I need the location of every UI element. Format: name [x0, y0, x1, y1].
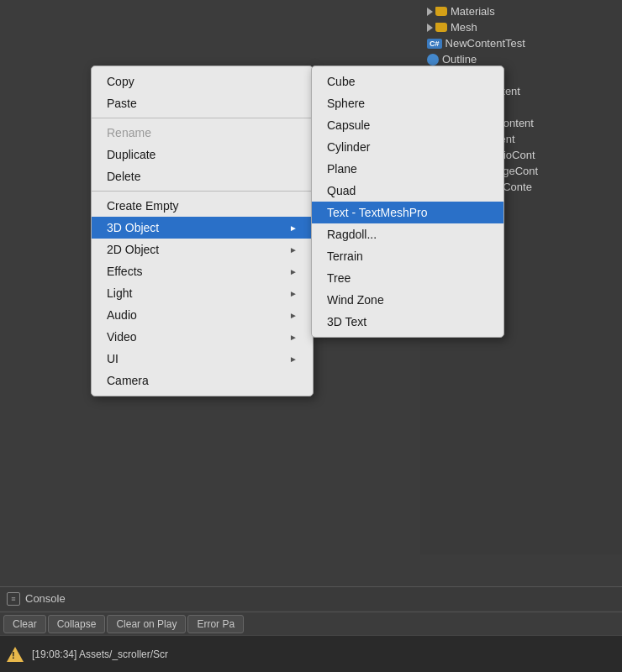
submenu-item-plane[interactable]: Plane	[312, 158, 503, 180]
folder-icon	[435, 23, 447, 32]
tree-item-mesh[interactable]: Mesh	[420, 19, 622, 35]
submenu-item-3dtext[interactable]: 3D Text	[312, 311, 503, 333]
arrow-icon	[427, 24, 433, 32]
menu-item-video[interactable]: Video ►	[92, 326, 313, 348]
context-menu: Copy Paste Rename Duplicate Delete Creat…	[91, 66, 314, 396]
console-log-area: [19:08:34] Assets/_scroller/Scr	[0, 635, 622, 672]
menu-item-ui[interactable]: UI ►	[92, 348, 313, 370]
menu-item-paste[interactable]: Paste	[92, 92, 313, 114]
submenu-item-tree[interactable]: Tree	[312, 267, 503, 289]
console-title-bar: ≡ Console	[0, 586, 622, 610]
tree-item-materials[interactable]: Materials	[420, 3, 622, 19]
tree-item-label: Mesh	[451, 21, 477, 34]
tree-item-label: Outline	[442, 53, 477, 66]
submenu-item-capsule[interactable]: Capsule	[312, 114, 503, 136]
submenu-arrow-icon: ►	[289, 223, 298, 233]
folder-icon	[435, 7, 447, 16]
submenu-item-ragdoll[interactable]: Ragdoll...	[312, 223, 503, 245]
warning-icon	[7, 647, 24, 662]
submenu-item-quad[interactable]: Quad	[312, 180, 503, 202]
submenu-item-cube[interactable]: Cube	[312, 71, 503, 92]
submenu-arrow-icon: ►	[289, 245, 298, 255]
submenu-arrow-icon: ►	[289, 289, 298, 298]
menu-item-light[interactable]: Light ►	[92, 282, 313, 304]
menu-item-3d-object[interactable]: 3D Object ►	[92, 217, 313, 239]
console-icon: ≡	[7, 592, 20, 606]
submenu-3d-object: Cube Sphere Capsule Cylinder Plane Quad …	[311, 66, 504, 338]
submenu-item-sphere[interactable]: Sphere	[312, 92, 503, 114]
console-title: Console	[25, 592, 66, 605]
menu-separator-2	[92, 191, 313, 192]
menu-item-create-empty[interactable]: Create Empty	[92, 195, 313, 217]
submenu-arrow-icon: ►	[289, 267, 298, 276]
menu-item-copy[interactable]: Copy	[92, 71, 313, 92]
submenu-item-windzone[interactable]: Wind Zone	[312, 289, 503, 311]
submenu-item-cylinder[interactable]: Cylinder	[312, 136, 503, 158]
menu-separator-1	[92, 118, 313, 118]
tree-item-label: Materials	[451, 5, 495, 18]
error-pause-button[interactable]: Error Pa	[187, 615, 244, 633]
menu-item-camera[interactable]: Camera	[92, 370, 313, 391]
submenu-arrow-icon: ►	[289, 354, 298, 364]
arrow-icon	[427, 8, 433, 16]
submenu-arrow-icon: ►	[289, 311, 298, 320]
circle-icon	[427, 54, 439, 66]
menu-item-delete[interactable]: Delete	[92, 165, 313, 187]
menu-item-duplicate[interactable]: Duplicate	[92, 144, 313, 165]
clear-on-play-button[interactable]: Clear on Play	[107, 615, 186, 633]
menu-item-effects[interactable]: Effects ►	[92, 260, 313, 282]
menu-item-rename: Rename	[92, 122, 313, 144]
submenu-arrow-icon: ►	[289, 333, 298, 342]
menu-item-audio[interactable]: Audio ►	[92, 304, 313, 326]
menu-item-2d-object[interactable]: 2D Object ►	[92, 239, 313, 260]
tree-item-label: NewContentTest	[445, 37, 525, 50]
clear-button[interactable]: Clear	[3, 615, 46, 633]
console-toolbar: Clear Collapse Clear on Play Error Pa	[0, 612, 622, 635]
submenu-item-textmeshpro[interactable]: Text - TextMeshPro	[312, 202, 503, 223]
submenu-item-terrain[interactable]: Terrain	[312, 245, 503, 267]
tree-item-newcontenttest[interactable]: C# NewContentTest	[420, 35, 622, 51]
log-message: [19:08:34] Assets/_scroller/Scr	[32, 648, 168, 660]
cs-badge: C#	[427, 39, 442, 49]
collapse-button[interactable]: Collapse	[48, 615, 106, 633]
